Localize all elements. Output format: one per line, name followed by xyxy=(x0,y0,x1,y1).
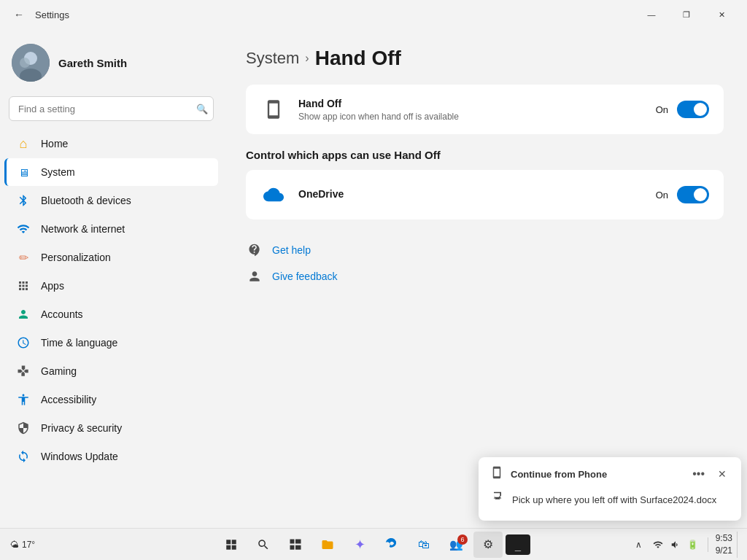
breadcrumb-current: Hand Off xyxy=(315,47,401,70)
apps-icon xyxy=(16,279,31,293)
network-tray-icon[interactable] xyxy=(651,537,665,552)
handoff-main-card: Hand Off Show app icon when hand off is … xyxy=(246,85,724,134)
sidebar-item-system[interactable]: 🖥 System xyxy=(4,158,218,186)
links-section: Get help Give feedback xyxy=(246,237,724,289)
accounts-icon xyxy=(16,307,31,322)
sidebar-item-accessibility[interactable]: Accessibility xyxy=(4,386,218,413)
sidebar-item-home[interactable]: ⌂ Home xyxy=(4,130,218,158)
search-box: 🔍 xyxy=(9,96,214,121)
give-feedback-link[interactable]: Give feedback xyxy=(246,263,724,289)
search-icon[interactable]: 🔍 xyxy=(196,104,208,114)
sidebar-item-label: Accounts xyxy=(41,308,83,320)
onedrive-info: OneDrive xyxy=(298,188,644,202)
copilot-button[interactable]: ✦ xyxy=(345,532,374,558)
teams-button[interactable]: 👥 6 xyxy=(441,532,471,558)
sidebar-item-label: Accessibility xyxy=(41,394,96,405)
sidebar-item-personalization[interactable]: ✏ Personalization xyxy=(4,244,218,271)
sidebar-item-time[interactable]: Time & language xyxy=(4,329,218,357)
taskbar: 🌤 17° ✦ 🛍 👥 6 ⚙ _ ∧ xyxy=(0,528,747,560)
handoff-icon xyxy=(260,96,287,122)
onedrive-title: OneDrive xyxy=(298,188,644,200)
taskbar-right: ∧ 🔋 9:53 9/21 xyxy=(632,532,741,558)
chevron-up-button[interactable]: ∧ xyxy=(632,532,646,558)
tray-divider xyxy=(708,537,708,552)
gaming-icon xyxy=(16,364,31,378)
app-title: Settings xyxy=(35,9,629,20)
weather-widget[interactable]: 🌤 17° xyxy=(6,540,39,550)
bluetooth-icon xyxy=(16,193,31,208)
feedback-icon xyxy=(246,268,263,285)
search-taskbar-button[interactable] xyxy=(249,532,278,558)
user-name: Gareth Smith xyxy=(58,57,127,69)
minimize-button[interactable]: — xyxy=(635,3,668,26)
battery-icon[interactable]: 🔋 xyxy=(686,537,700,552)
sidebar-item-update[interactable]: Windows Update xyxy=(4,443,218,470)
give-feedback-label: Give feedback xyxy=(272,271,338,282)
help-icon xyxy=(246,241,263,259)
sidebar-item-label: Gaming xyxy=(41,365,77,377)
weather-temp: 17° xyxy=(22,540,35,550)
sidebar-item-label: Home xyxy=(41,138,68,149)
sidebar-item-accounts[interactable]: Accounts xyxy=(4,300,218,328)
home-icon: ⌂ xyxy=(16,136,31,151)
nav-menu: ⌂ Home 🖥 System Bluetooth & devices Netw… xyxy=(0,130,222,470)
sidebar-item-label: Network & internet xyxy=(41,223,125,235)
sidebar-item-label: Privacy & security xyxy=(41,422,122,434)
notification-content: Pick up where you left off with Surface2… xyxy=(490,488,729,512)
breadcrumb-arrow: › xyxy=(305,52,309,65)
onedrive-toggle-group: On xyxy=(656,186,709,203)
privacy-icon xyxy=(16,421,31,435)
handoff-toggle[interactable] xyxy=(677,101,709,118)
sidebar-item-bluetooth[interactable]: Bluetooth & devices xyxy=(4,187,218,214)
sidebar: Gareth Smith 🔍 ⌂ Home 🖥 System Bluetooth… xyxy=(0,29,222,528)
breadcrumb: System › Hand Off xyxy=(246,47,724,70)
breadcrumb-system[interactable]: System xyxy=(246,49,299,68)
avatar-image xyxy=(12,44,50,82)
system-tray: 🔋 xyxy=(651,537,700,552)
terminal-button[interactable]: _ xyxy=(506,534,530,555)
volume-icon[interactable] xyxy=(668,537,683,552)
notification-header: Continue from Phone ••• ✕ xyxy=(490,466,729,482)
notification-message: Pick up where you left off with Surface2… xyxy=(512,494,716,505)
notification-popup: Continue from Phone ••• ✕ Pick up where … xyxy=(479,457,741,521)
avatar xyxy=(12,44,50,82)
notification-app-icon xyxy=(490,466,503,482)
settings-taskbar-button[interactable]: ⚙ xyxy=(473,532,503,558)
store-button[interactable]: 🛍 xyxy=(409,532,438,558)
notification-close-button[interactable]: ✕ xyxy=(715,467,729,481)
sidebar-item-label: System xyxy=(41,166,75,178)
explorer-button[interactable] xyxy=(313,532,342,558)
clock-date: 9/21 xyxy=(716,545,732,557)
search-input[interactable] xyxy=(9,96,214,121)
sidebar-item-apps[interactable]: Apps xyxy=(4,272,218,300)
clock[interactable]: 9:53 9/21 xyxy=(716,532,732,557)
onedrive-icon xyxy=(260,182,287,208)
app-body: Gareth Smith 🔍 ⌂ Home 🖥 System Bluetooth… xyxy=(0,29,747,528)
sidebar-item-label: Bluetooth & devices xyxy=(41,195,131,206)
window-controls: — ❐ ✕ xyxy=(635,3,738,26)
main-content: System › Hand Off Hand Off Show app icon… xyxy=(222,29,747,528)
sidebar-item-label: Apps xyxy=(41,280,64,292)
handoff-toggle-group: On xyxy=(656,101,709,118)
back-icon: ← xyxy=(14,9,24,20)
notification-more-button[interactable]: ••• xyxy=(689,466,708,482)
maximize-button[interactable]: ❐ xyxy=(670,3,703,26)
task-view-button[interactable] xyxy=(281,532,310,558)
get-help-link[interactable]: Get help xyxy=(246,237,724,263)
back-button[interactable]: ← xyxy=(9,4,29,25)
taskbar-center: ✦ 🛍 👥 6 ⚙ _ xyxy=(217,532,530,558)
edge-button[interactable] xyxy=(377,532,406,558)
onedrive-toggle[interactable] xyxy=(677,186,709,203)
close-button[interactable]: ✕ xyxy=(705,3,738,26)
personalization-icon: ✏ xyxy=(16,250,31,265)
start-button[interactable] xyxy=(217,532,246,558)
sidebar-item-privacy[interactable]: Privacy & security xyxy=(4,414,218,442)
show-desktop-button[interactable] xyxy=(737,532,741,558)
user-section[interactable]: Gareth Smith xyxy=(0,35,222,96)
accessibility-icon xyxy=(16,392,31,407)
sidebar-item-network[interactable]: Network & internet xyxy=(4,215,218,243)
sidebar-item-gaming[interactable]: Gaming xyxy=(4,357,218,385)
get-help-label: Get help xyxy=(272,244,311,256)
sidebar-item-label: Windows Update xyxy=(41,451,118,462)
system-icon: 🖥 xyxy=(16,165,31,179)
